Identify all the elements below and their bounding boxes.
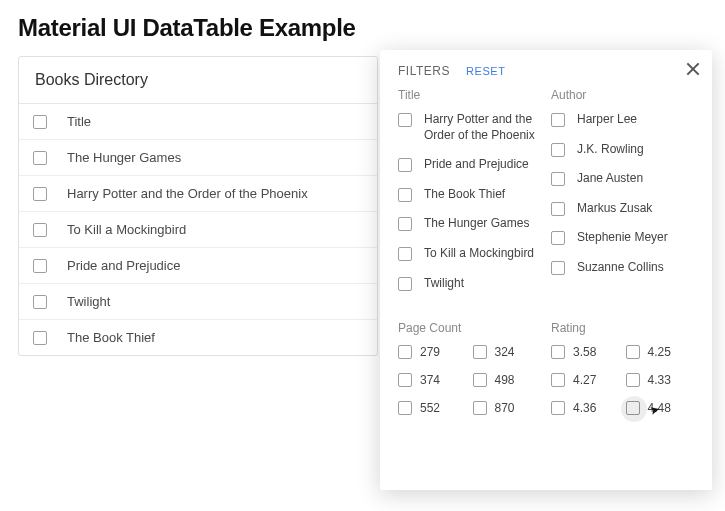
table-header-row: Title	[19, 104, 377, 140]
filter-checkbox[interactable]	[626, 373, 640, 387]
filter-option[interactable]: The Hunger Games	[398, 216, 541, 232]
filter-option-label: 4.33	[646, 373, 695, 387]
filter-checkbox[interactable]	[473, 345, 487, 359]
row-title: Twilight	[67, 294, 110, 309]
filter-checkbox[interactable]	[551, 261, 565, 275]
filter-checkbox[interactable]	[626, 345, 640, 359]
filter-option[interactable]: Harry Potter and the Order of the Phoeni…	[398, 112, 541, 143]
table-row[interactable]: Harry Potter and the Order of the Phoeni…	[19, 176, 377, 212]
filter-checkbox[interactable]	[398, 277, 412, 291]
close-icon[interactable]	[684, 60, 702, 78]
filter-checkbox[interactable]	[551, 231, 565, 245]
filter-option-label: 4.27	[571, 373, 620, 387]
row-checkbox[interactable]	[33, 259, 47, 273]
filter-option[interactable]: Markus Zusak	[551, 201, 694, 217]
filter-string-sections: Title Harry Potter and the Order of the …	[398, 88, 694, 305]
filter-section-rating: Rating 3.58 4.25 4.27 4.33 4.36 4.48 ➤	[551, 321, 694, 415]
filter-option-label: 279	[418, 345, 467, 359]
filter-checkbox[interactable]	[551, 172, 565, 186]
filter-checkbox[interactable]	[398, 345, 412, 359]
filter-checkbox[interactable]	[398, 217, 412, 231]
row-checkbox[interactable]	[33, 295, 47, 309]
reset-button[interactable]: RESET	[466, 65, 506, 77]
table-row[interactable]: Pride and Prejudice	[19, 248, 377, 284]
row-title: The Book Thief	[67, 330, 155, 345]
row-title: To Kill a Mockingbird	[67, 222, 186, 237]
filter-option-label: The Book Thief	[424, 187, 541, 203]
filter-checkbox[interactable]	[551, 143, 565, 157]
filter-checkbox[interactable]	[398, 113, 412, 127]
filter-checkbox[interactable]	[551, 202, 565, 216]
filter-checkbox[interactable]	[473, 373, 487, 387]
row-title: Pride and Prejudice	[67, 258, 180, 273]
filter-option-label: Markus Zusak	[577, 201, 694, 217]
filter-option[interactable]: Jane Austen	[551, 171, 694, 187]
filter-option[interactable]: The Book Thief	[398, 187, 541, 203]
row-checkbox[interactable]	[33, 331, 47, 345]
filter-section-title: Title Harry Potter and the Order of the …	[398, 88, 541, 305]
filter-option-label: Harry Potter and the Order of the Phoeni…	[424, 112, 541, 143]
filter-option[interactable]: Pride and Prejudice	[398, 157, 541, 173]
table-row[interactable]: The Hunger Games	[19, 140, 377, 176]
filter-checkbox[interactable]	[551, 401, 565, 415]
filter-option-label: The Hunger Games	[424, 216, 541, 232]
filter-option-label: Stephenie Meyer	[577, 230, 694, 246]
row-checkbox[interactable]	[33, 151, 47, 165]
filter-checkbox[interactable]	[551, 345, 565, 359]
filter-checkbox[interactable]	[398, 188, 412, 202]
filter-checkbox[interactable]	[626, 401, 640, 415]
filter-option[interactable]: To Kill a Mockingbird	[398, 246, 541, 262]
filter-checkbox[interactable]	[551, 373, 565, 387]
filter-option-label: 552	[418, 401, 467, 415]
row-checkbox[interactable]	[33, 187, 47, 201]
filter-section-page-count: Page Count 279 324 374 498 552 870	[398, 321, 541, 415]
filter-option[interactable]: Twilight	[398, 276, 541, 292]
filter-option-label: 498	[493, 373, 542, 387]
filter-option[interactable]: Stephenie Meyer	[551, 230, 694, 246]
books-table-card: Books Directory Title The Hunger Games H…	[18, 56, 378, 356]
row-title: Harry Potter and the Order of the Phoeni…	[67, 186, 308, 201]
filter-checkbox[interactable]	[398, 158, 412, 172]
filters-panel: FILTERS RESET Title Harry Potter and the…	[380, 50, 712, 490]
column-title: Title	[67, 114, 91, 129]
filter-option-label: 4.36	[571, 401, 620, 415]
filter-checkbox[interactable]	[398, 401, 412, 415]
filter-option[interactable]: J.K. Rowling	[551, 142, 694, 158]
filter-option-label: Pride and Prejudice	[424, 157, 541, 173]
filter-checkbox[interactable]	[398, 247, 412, 261]
table-row[interactable]: The Book Thief	[19, 320, 377, 355]
filters-header: FILTERS RESET	[398, 64, 694, 78]
filter-option-label: Harper Lee	[577, 112, 694, 128]
select-all-checkbox[interactable]	[33, 115, 47, 129]
page-title: Material UI DataTable Example	[0, 0, 725, 50]
filter-option[interactable]: Harper Lee	[551, 112, 694, 128]
filter-section-label: Author	[551, 88, 694, 102]
filter-checkbox[interactable]	[398, 373, 412, 387]
filter-checkbox[interactable]	[551, 113, 565, 127]
filter-option-label: 374	[418, 373, 467, 387]
filter-option-label: 4.25	[646, 345, 695, 359]
filters-title: FILTERS	[398, 64, 450, 78]
row-title: The Hunger Games	[67, 150, 181, 165]
filter-section-label: Page Count	[398, 321, 541, 335]
table-header: Books Directory	[19, 57, 377, 104]
filter-checkbox[interactable]	[473, 401, 487, 415]
filter-option[interactable]: Suzanne Collins	[551, 260, 694, 276]
filter-option-label: Suzanne Collins	[577, 260, 694, 276]
filter-section-label: Title	[398, 88, 541, 102]
hover-ripple	[621, 396, 647, 422]
filter-option-label: Jane Austen	[577, 171, 694, 187]
filter-option-label: Twilight	[424, 276, 541, 292]
filter-option-label: J.K. Rowling	[577, 142, 694, 158]
filter-option-label: 3.58	[571, 345, 620, 359]
filter-option-label: To Kill a Mockingbird	[424, 246, 541, 262]
filter-numeric-sections: Page Count 279 324 374 498 552 870 Ratin…	[398, 321, 694, 415]
filter-section-author: Author Harper Lee J.K. Rowling Jane Aust…	[551, 88, 694, 305]
row-checkbox[interactable]	[33, 223, 47, 237]
filter-option-label: 870	[493, 401, 542, 415]
filter-section-label: Rating	[551, 321, 694, 335]
filter-option-label: 324	[493, 345, 542, 359]
table-row[interactable]: Twilight	[19, 284, 377, 320]
table-row[interactable]: To Kill a Mockingbird	[19, 212, 377, 248]
